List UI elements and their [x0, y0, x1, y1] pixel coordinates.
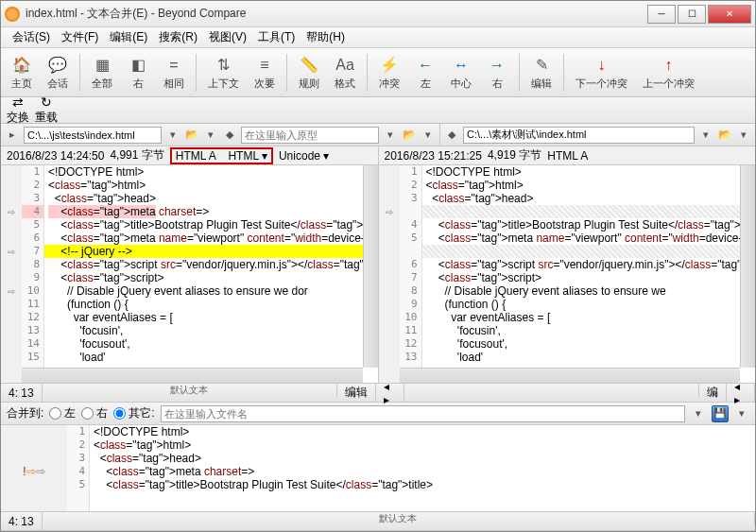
menu-item[interactable]: 文件(F) [56, 27, 104, 47]
edit-button[interactable]: ✎编辑 [524, 52, 558, 94]
left-path-cell: ▸ ▾ 📂 ▾ ◆ ▾ 📂 ▾ [1, 124, 439, 146]
right-code[interactable]: <!DOCTYPE html><class="tag">html> <class… [422, 165, 756, 383]
left-path-input[interactable] [24, 127, 162, 144]
merge-label: 合并到: [7, 405, 43, 421]
merge-line-numbers: 12345 [67, 425, 90, 511]
context-button[interactable]: ⇅上下文 [201, 52, 246, 94]
session-button[interactable]: 💬会话 [41, 52, 75, 94]
scroll-buttons[interactable]: ◂ ▸ [376, 384, 404, 402]
take-center-button[interactable]: ↔中心 [444, 52, 478, 94]
merge-gutter: ! ⇨⇨ [1, 425, 67, 511]
merge-pane: ! ⇨⇨ 12345 <!DOCTYPE html><class="tag">h… [1, 424, 755, 511]
menu-item[interactable]: 编辑(E) [104, 27, 153, 47]
all-button[interactable]: ▦全部 [85, 52, 119, 94]
history-icon[interactable]: ▾ [421, 128, 436, 143]
right-gutter: ⇨ [379, 165, 400, 383]
expand-left-icon[interactable]: ▸ [5, 128, 20, 143]
history-icon[interactable]: ▾ [203, 128, 218, 143]
left-gutter: ⇨⇨⇨ [1, 165, 22, 383]
right-date: 2016/8/23 15:21:25 [385, 149, 482, 163]
titlebar: index.html - 文本合并(E) - Beyond Compare ─ … [1, 1, 755, 27]
filetype-selector[interactable]: HTML A HTML ▾ [170, 147, 273, 164]
left-type: 默认文本 [43, 384, 337, 397]
maximize-button[interactable]: ☐ [678, 5, 706, 24]
history-icon[interactable]: ▾ [736, 128, 751, 143]
diamond-icon[interactable]: ◆ [222, 128, 237, 143]
prev-conflict-button[interactable]: ↑上一个冲突 [636, 52, 701, 94]
compare-panes: ⇨⇨⇨ 123456789101112131415 <!DOCTYPE html… [1, 165, 755, 383]
merge-right-radio[interactable]: 右 [81, 405, 108, 421]
merge-type: 默认文本 [43, 512, 755, 525]
merge-code[interactable]: <!DOCTYPE html><class="tag">html> <class… [90, 425, 755, 511]
same-button[interactable]: =相同 [157, 52, 191, 94]
left-pane: ⇨⇨⇨ 123456789101112131415 <!DOCTYPE html… [1, 165, 378, 383]
menubar: 会话(S)文件(F)编辑(E)搜索(R)视图(V)工具(T)帮助(H) [1, 27, 755, 48]
secondary-toolbar: ⇄交换↻重载 [1, 97, 755, 124]
window-title: index.html - 文本合并(E) - Beyond Compare [26, 6, 645, 22]
reload-button[interactable]: ↻重载 [35, 94, 58, 126]
left-code[interactable]: <!DOCTYPE html><class="tag">html> <class… [44, 165, 378, 383]
swap-button[interactable]: ⇄交换 [7, 94, 29, 126]
horizontal-scrollbar[interactable] [22, 368, 363, 383]
close-button[interactable]: ✕ [708, 5, 751, 24]
right-path-input[interactable] [463, 127, 695, 144]
left-info: 2016/8/23 14:24:50 4,991 字节 HTML A HTML … [1, 146, 378, 164]
right-mode: 编 [699, 384, 727, 402]
info-bar: 2016/8/23 14:24:50 4,991 字节 HTML A HTML … [1, 146, 755, 165]
app-icon [5, 7, 20, 22]
merge-left-radio[interactable]: 左 [49, 405, 76, 421]
merge-other-radio[interactable]: 其它: [113, 405, 154, 421]
vertical-scrollbar[interactable] [740, 165, 755, 368]
merge-pos: 4: 13 [1, 512, 43, 530]
left-size: 4,991 字节 [110, 147, 163, 163]
main-toolbar: 🏠主页💬会话▦全部◧右=相同⇅上下文≡次要📏规则Aa格式⚡冲突←左↔中心→右✎编… [1, 48, 755, 97]
menu-item[interactable]: 工具(T) [252, 27, 301, 47]
take-left-button[interactable]: ←左 [408, 52, 442, 94]
browse-icon[interactable]: 📂 [402, 128, 417, 143]
scroll-buttons[interactable]: ◂ ▸ [727, 384, 755, 402]
dropdown-icon[interactable]: ▾ [383, 128, 398, 143]
save-button[interactable]: 💾 [712, 405, 729, 422]
right-line-numbers: 12345678910111213 [400, 165, 422, 383]
path-bar: ▸ ▾ 📂 ▾ ◆ ▾ 📂 ▾ ◆ ▾ 📂 ▾ [1, 124, 755, 146]
dropdown-icon[interactable]: ▾ [734, 406, 749, 421]
conflict-button[interactable]: ⚡冲突 [372, 52, 406, 94]
next-conflict-button[interactable]: ↓下一个冲突 [569, 52, 634, 94]
browse-icon[interactable]: 📂 [184, 128, 199, 143]
right-status [404, 384, 699, 397]
left-line-numbers: 123456789101112131415 [22, 165, 44, 383]
left-mode: 编辑 [337, 384, 376, 402]
dropdown-icon[interactable]: ▾ [698, 128, 713, 143]
format-button[interactable]: Aa格式 [328, 52, 362, 94]
right-type: HTML A [547, 149, 588, 163]
merge-status: 4: 13 默认文本 [1, 511, 755, 530]
merge-bar: 合并到: 左 右 其它: ▾ 💾 ▾ [1, 402, 755, 424]
left-pos: 4: 13 [1, 384, 43, 402]
menu-item[interactable]: 搜索(R) [153, 27, 203, 47]
minor-button[interactable]: ≡次要 [248, 52, 282, 94]
menu-item[interactable]: 视图(V) [203, 27, 252, 47]
right-size: 4,919 字节 [488, 147, 541, 163]
menu-item[interactable]: 会话(S) [7, 27, 56, 47]
left-date: 2016/8/23 14:24:50 [7, 149, 104, 163]
vertical-scrollbar[interactable] [363, 165, 378, 368]
horizontal-scrollbar[interactable] [400, 368, 741, 383]
take-right-button[interactable]: →右 [480, 52, 514, 94]
dropdown-icon[interactable]: ▾ [165, 128, 180, 143]
center-path-input[interactable] [241, 127, 379, 144]
pane-status: 4: 13 默认文本 编辑 ◂ ▸ 编 ◂ ▸ [1, 383, 755, 402]
rules-button[interactable]: 📏规则 [292, 52, 326, 94]
minimize-button[interactable]: ─ [647, 5, 676, 24]
right-button[interactable]: ◧右 [121, 52, 155, 94]
menu-item[interactable]: 帮助(H) [301, 27, 351, 47]
home-button[interactable]: 🏠主页 [5, 52, 39, 94]
diamond-icon[interactable]: ◆ [444, 128, 459, 143]
right-pane: ⇨ 12345678910111213 <!DOCTYPE html><clas… [378, 165, 756, 383]
browse-icon[interactable]: 📂 [717, 128, 732, 143]
right-path-cell: ◆ ▾ 📂 ▾ [439, 124, 755, 146]
merge-filename-input[interactable] [161, 405, 685, 422]
dropdown-icon[interactable]: ▾ [691, 406, 706, 421]
encoding-selector[interactable]: Unicode ▾ [279, 149, 329, 163]
right-info: 2016/8/23 15:21:25 4,919 字节 HTML A [378, 146, 756, 164]
